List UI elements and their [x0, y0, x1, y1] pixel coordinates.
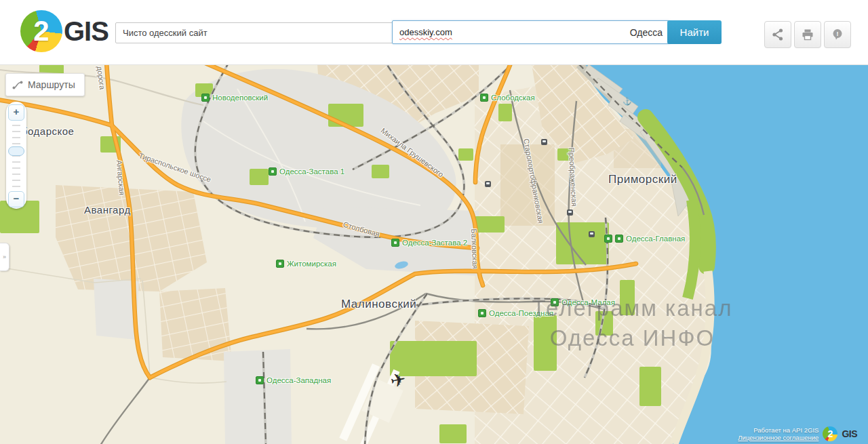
share-icon [771, 28, 785, 41]
station-label[interactable]: Одесса-Главная [604, 235, 685, 243]
district-label: бодарское [22, 125, 74, 137]
zoom-out-button[interactable]: − [8, 191, 24, 207]
2gis-logo-text: GIS [64, 16, 108, 47]
printer-icon [801, 28, 814, 41]
street-label: Старопортофранковская [522, 138, 545, 224]
address-search-value: odesskiy.com [399, 27, 452, 37]
api-credit: Работает на API 2GIS [738, 426, 818, 434]
station-icon [269, 167, 277, 176]
find-button[interactable]: Найти [667, 20, 722, 44]
zoom-slider-handle[interactable] [8, 146, 24, 156]
transport-stop-icon[interactable] [589, 231, 595, 237]
station-label[interactable]: Одесса-Застава 2 [391, 239, 467, 247]
station-label[interactable]: Одесса-Застава 1 [269, 167, 344, 176]
2gis-mini-logo-icon[interactable]: 2 [823, 426, 837, 441]
2gis-logo[interactable]: 2 GIS [20, 10, 108, 52]
search-input[interactable]: Чисто одесский сайт [115, 22, 393, 43]
address-search-input[interactable]: odesskiy.com Одесса [392, 20, 670, 44]
map-labels-layer: бодарскоеАвангардМалиновскийПриморскийдо… [0, 64, 868, 444]
2gis-app: 2 GIS Чисто одесский сайт odesskiy.com О… [0, 0, 868, 444]
street-label: Преображенская [568, 147, 579, 206]
routes-button[interactable]: Маршруты [5, 73, 85, 96]
routes-button-label: Маршруты [28, 79, 75, 90]
transport-stop-icon[interactable] [567, 209, 573, 216]
comment-icon: ! [831, 28, 844, 41]
2gis-logo-ball-icon: 2 [20, 10, 62, 52]
city-label: Одесса [630, 27, 663, 38]
station-icon [276, 260, 284, 268]
station-icon [478, 309, 486, 317]
street-label: Ангарская [115, 160, 126, 196]
2gis-mini-logo-text: GIS [842, 428, 857, 439]
transport-stop-icon[interactable] [541, 139, 547, 145]
feedback-button[interactable]: ! [824, 21, 851, 48]
street-label: Столбовая [342, 220, 381, 239]
station-label[interactable]: Житомирская [276, 260, 336, 268]
zoom-control: + − [6, 102, 26, 209]
station-icon [201, 94, 210, 102]
route-icon [12, 81, 23, 89]
print-button[interactable] [794, 21, 821, 48]
station-label[interactable]: Одесса-Западная [256, 376, 331, 384]
watermark: Телеграмм канал Одесса ИНФО [515, 294, 749, 353]
map-attribution: Работает на API 2GIS Лицензионное соглаш… [738, 426, 857, 441]
search-input-value: Чисто одесский сайт [123, 28, 208, 38]
street-label: дорога [96, 66, 106, 90]
anchor-icon: ⚓ [623, 97, 632, 106]
zoom-in-button[interactable]: + [8, 104, 24, 121]
license-link[interactable]: Лицензионное соглашение [738, 434, 818, 441]
street-label: Тираспольское шоссе [138, 151, 212, 184]
station-icon [391, 239, 399, 247]
street-label: Михаила Грушевского [379, 126, 445, 178]
station-icon [256, 376, 264, 384]
station-icon [480, 94, 488, 102]
header: 2 GIS Чисто одесский сайт odesskiy.com О… [0, 0, 868, 65]
share-button[interactable] [764, 21, 791, 48]
district-label: Авангард [84, 204, 131, 216]
sidebar-expand-tab[interactable]: » [0, 243, 9, 271]
station-icon [604, 235, 612, 243]
zoom-slider-track[interactable] [12, 125, 20, 188]
station-label[interactable]: Новодеповский [201, 94, 268, 102]
district-label: Приморский [608, 173, 677, 186]
district-label: Малиновский [341, 298, 416, 311]
station-label[interactable]: Слободская [480, 94, 535, 102]
map-canvas[interactable]: бодарскоеАвангардМалиновскийПриморскийдо… [0, 64, 868, 444]
svg-text:!: ! [837, 31, 839, 37]
transport-stop-icon[interactable] [485, 181, 491, 187]
street-label: Балковская [470, 228, 479, 269]
station-icon [615, 235, 623, 243]
